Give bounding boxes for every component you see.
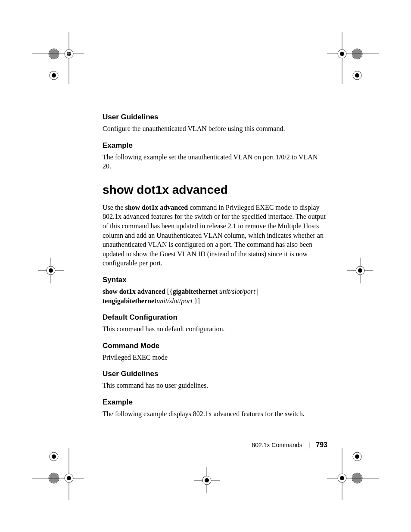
crop-mark-icon [327,448,379,500]
example-body-2: The following example displays 802.1x ad… [103,409,327,419]
svg-point-45 [355,454,359,459]
content-area: User Guidelines Configure the unauthenti… [103,113,327,426]
svg-point-17 [355,73,359,78]
user-guidelines-body-2: This command has no user guidelines. [103,381,327,390]
crop-mark-icon [32,448,84,500]
footer-section-name: 802.1x Commands [252,442,302,448]
example-heading-1: Example [103,141,327,150]
syntax-tge: tengigabitethernet [103,297,156,305]
crop-mark-icon [327,32,379,84]
command-title: show dot1x advanced [103,183,327,197]
svg-point-15 [340,52,344,56]
syntax-bracket-open: [{ [167,288,173,295]
svg-point-21 [49,268,53,273]
example-heading-2: Example [103,398,327,407]
syntax-cmd: show dot1x advanced [103,288,167,295]
page-footer: 802.1x Commands | 793 [0,441,327,449]
command-mode-body: Privileged EXEC mode [103,353,327,362]
syntax-ge: gigabitethernet [173,288,219,295]
crop-mark-icon [32,32,84,84]
command-description: Use the show dot1x advanced command in P… [103,203,327,268]
footer-page-number: 793 [316,441,327,448]
crop-mark-icon [38,258,64,283]
syntax-line: show dot1x advanced [{gigabitethernet un… [103,287,327,305]
syntax-param1: unit/slot/port [219,288,255,295]
syntax-param2: unit/slot/port [156,297,194,305]
text-use-the: Use the [103,204,125,211]
syntax-pipe: | [255,288,258,295]
svg-point-9 [52,73,56,78]
example-body-1: The following example set the unauthenti… [103,152,327,171]
svg-point-43 [340,476,344,480]
command-mode-heading: Command Mode [103,342,327,350]
syntax-heading: Syntax [103,276,327,284]
footer-separator: | [308,442,310,448]
default-config-heading: Default Configuration [103,313,327,322]
user-guidelines-heading-1: User Guidelines [103,113,327,121]
user-guidelines-heading-2: User Guidelines [103,370,327,378]
page: User Guidelines Configure the unauthenti… [0,0,411,532]
user-guidelines-body-1: Configure the unauthenticated VLAN befor… [103,124,327,134]
text-description-rest: command in Privileged EXEC mode to displ… [103,204,326,267]
svg-point-25 [358,268,362,273]
default-config-body: This command has no default configuratio… [103,324,327,334]
crop-mark-icon [347,258,373,283]
crop-mark-icon [194,467,220,493]
svg-point-29 [205,478,209,482]
command-name-inline: show dot1x advanced [125,204,188,211]
svg-point-37 [52,454,56,459]
svg-point-35 [67,476,71,480]
syntax-bracket-close: }] [194,297,200,305]
